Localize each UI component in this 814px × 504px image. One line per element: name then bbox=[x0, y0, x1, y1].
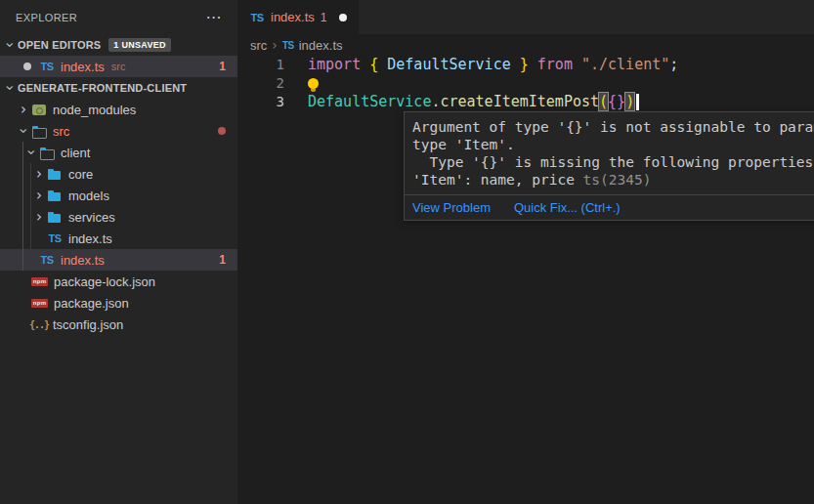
folder-error-dot-badge bbox=[218, 127, 226, 135]
unsaved-dot-icon[interactable] bbox=[23, 63, 31, 70]
code-text[interactable]: DefaultService.createItemItemPost({}) bbox=[284, 93, 639, 111]
indent-guide bbox=[22, 142, 23, 271]
chevron-right-icon bbox=[31, 187, 47, 204]
code-text[interactable] bbox=[284, 74, 319, 93]
tree-item-models[interactable]: models bbox=[0, 185, 237, 206]
folder-icon bbox=[47, 209, 63, 225]
chevron-right-icon bbox=[31, 165, 47, 183]
code-token bbox=[511, 56, 520, 73]
code-token: ; bbox=[669, 56, 678, 73]
error-hover-popup: Argument of type '{}' is not assignable … bbox=[404, 111, 814, 221]
lightbulb-icon[interactable] bbox=[308, 78, 319, 89]
text-cursor bbox=[636, 94, 639, 110]
code-line-3[interactable]: 3DefaultService.createItemItemPost({}) bbox=[237, 93, 814, 111]
quick-fix-link[interactable]: Quick Fix... (Ctrl+.) bbox=[514, 200, 621, 215]
typescript-file-icon bbox=[47, 231, 63, 246]
open-editor-item-index-ts[interactable]: index.ts src 1 bbox=[0, 56, 237, 77]
code-token: ( bbox=[599, 93, 608, 110]
code-token: createItemItemPost bbox=[440, 93, 599, 110]
tab-index-ts[interactable]: index.ts 1 bbox=[237, 0, 359, 34]
popup-actions: View ProblemQuick Fix... (Ctrl+.) bbox=[405, 194, 814, 220]
error-message: Argument of type '{}' is not assignable … bbox=[405, 112, 814, 194]
editor-group: index.ts 1 src index.ts 1import { Defaul… bbox=[237, 0, 814, 504]
code-token: from bbox=[537, 56, 573, 73]
unsaved-count-badge: 1 UNSAVED bbox=[108, 38, 171, 52]
breadcrumb-folder[interactable]: src bbox=[250, 38, 267, 53]
error-code-ref: ts(2345) bbox=[575, 172, 652, 188]
tree-item-label: index.ts bbox=[61, 253, 105, 268]
code-line-1[interactable]: 1import { DefaultService } from "./clien… bbox=[237, 56, 814, 74]
code-area[interactable]: 1import { DefaultService } from "./clien… bbox=[237, 56, 814, 111]
line-number: 3 bbox=[237, 93, 284, 111]
code-line-2[interactable]: 2 bbox=[237, 74, 814, 93]
code-text[interactable]: import { DefaultService } from "./client… bbox=[284, 56, 678, 74]
chevron-down-icon bbox=[1, 80, 19, 96]
tree-item-src[interactable]: src bbox=[0, 120, 237, 142]
folder-icon bbox=[47, 188, 63, 203]
code-token bbox=[573, 56, 581, 73]
tree-item-tsconfig-json[interactable]: tsconfig.json bbox=[0, 314, 237, 335]
indent-guide bbox=[30, 163, 31, 249]
view-problem-link[interactable]: View Problem bbox=[412, 200, 491, 215]
tab-error-count: 1 bbox=[321, 11, 327, 24]
code-token bbox=[529, 56, 537, 73]
line-number: 2 bbox=[237, 74, 284, 93]
explorer-sidebar: EXPLORER OPEN EDITORS 1 UNSAVED index.ts… bbox=[0, 0, 237, 504]
tree-item-node-modules[interactable]: node_modules bbox=[0, 99, 237, 120]
open-editors-section-header[interactable]: OPEN EDITORS 1 UNSAVED bbox=[0, 34, 237, 56]
explorer-title: EXPLORER bbox=[16, 12, 77, 23]
more-actions-icon[interactable] bbox=[206, 10, 222, 25]
folder-open-icon bbox=[31, 123, 47, 139]
error-message-line: Argument of type '{}' is not assignable … bbox=[412, 118, 814, 136]
file-tree: node_modulessrcclientcoremodelsservicesi… bbox=[0, 99, 237, 335]
tree-item-label: package.json bbox=[54, 296, 129, 311]
tab-label: index.ts bbox=[271, 10, 315, 24]
code-token: ) bbox=[625, 93, 634, 110]
tree-item-label: services bbox=[68, 210, 115, 225]
code-token: "./client" bbox=[581, 56, 669, 73]
error-message-line: Type '{}' is missing the following prope… bbox=[412, 153, 814, 171]
tree-item-services[interactable]: services bbox=[0, 206, 237, 228]
open-editors-label: OPEN EDITORS bbox=[18, 39, 101, 51]
folder-open-icon bbox=[39, 145, 55, 160]
open-editor-filename: index.ts bbox=[61, 60, 105, 74]
npm-icon bbox=[31, 299, 48, 308]
tree-item-label: client bbox=[61, 146, 90, 160]
tree-item-label: models bbox=[68, 189, 109, 203]
tree-item-package-json[interactable]: package.json bbox=[0, 292, 237, 314]
tree-item-index-ts[interactable]: index.ts1 bbox=[0, 249, 237, 271]
code-token: DefaultService bbox=[387, 56, 510, 73]
error-count-badge: 1 bbox=[219, 60, 226, 73]
chevron-down-icon bbox=[22, 145, 40, 160]
tree-item-index-ts[interactable]: index.ts bbox=[0, 228, 237, 249]
folder-icon bbox=[47, 166, 63, 182]
line-number: 1 bbox=[237, 56, 284, 74]
code-token: DefaultService bbox=[308, 93, 431, 110]
json-icon bbox=[31, 316, 47, 332]
code-token bbox=[378, 56, 387, 73]
chevron-down-icon bbox=[15, 123, 32, 139]
tab-unsaved-dot-icon[interactable] bbox=[339, 14, 347, 21]
tree-item-core[interactable]: core bbox=[0, 163, 237, 185]
typescript-file-icon bbox=[249, 10, 265, 25]
chevron-right-icon bbox=[272, 37, 278, 53]
error-message-line: type 'Item'. bbox=[412, 136, 814, 153]
error-message-line: 'Item': name, price ts(2345) bbox=[412, 171, 814, 189]
error-count-badge: 1 bbox=[219, 253, 226, 267]
tree-item-label: src bbox=[53, 124, 69, 139]
tab-bar: index.ts 1 bbox=[237, 0, 814, 34]
code-token: } bbox=[520, 56, 529, 73]
tree-item-label: index.ts bbox=[68, 231, 112, 246]
workspace-section-header[interactable]: GENERATE-FRONTEND-CLIENT bbox=[0, 77, 237, 99]
tree-item-label: package-lock.json bbox=[54, 274, 155, 289]
tree-item-label: node_modules bbox=[53, 103, 136, 117]
code-token bbox=[361, 56, 369, 73]
tree-item-label: tsconfig.json bbox=[53, 317, 123, 332]
breadcrumb: src index.ts bbox=[237, 34, 814, 56]
tree-item-client[interactable]: client bbox=[0, 142, 237, 163]
tree-item-package-lock-json[interactable]: package-lock.json bbox=[0, 271, 237, 292]
breadcrumb-file[interactable]: index.ts bbox=[299, 38, 343, 53]
code-token: import bbox=[308, 56, 361, 73]
npm-icon bbox=[31, 277, 48, 286]
code-token: { bbox=[369, 56, 378, 73]
